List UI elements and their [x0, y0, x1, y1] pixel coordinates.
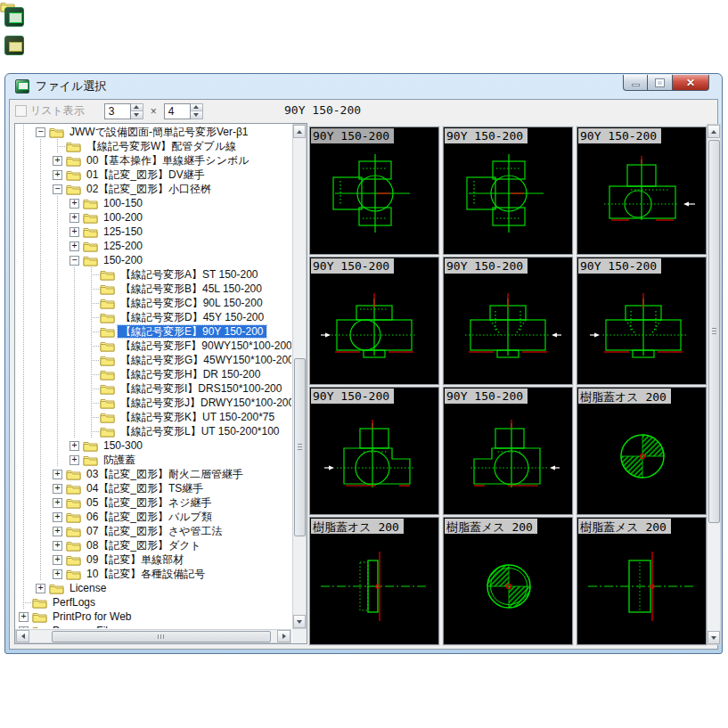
thumbnail-cell[interactable]: 90Y 150-200: [443, 257, 573, 385]
tree-item-label[interactable]: 07【記変_図形】さや管工法: [84, 525, 225, 537]
tree-item-label[interactable]: 150-300: [101, 439, 145, 452]
tree-item[interactable]: License: [15, 581, 291, 595]
scroll-right-icon[interactable]: [277, 630, 290, 642]
tree-item[interactable]: 【線記号変形D】45Y 150-200: [15, 310, 291, 324]
tree-item-label[interactable]: 【線記号変形J】DRWY150*100-200: [118, 397, 291, 409]
thumbnails-vertical-scrollbar[interactable]: [707, 124, 721, 645]
titlebar[interactable]: ファイル選択 ✕: [5, 74, 722, 99]
tree-vertical-scrollbar[interactable]: [292, 124, 307, 629]
tree-item-label[interactable]: 【線記号変形B】45L 150-200: [118, 282, 265, 295]
tree-item[interactable]: 04【記変_図形】TS継手: [15, 481, 291, 495]
expand-icon[interactable]: [49, 153, 66, 168]
expand-icon[interactable]: [49, 524, 66, 538]
tree-item-label[interactable]: 09【記変】単線部材: [84, 553, 186, 566]
spin-up-icon[interactable]: [131, 104, 143, 112]
collapse-icon[interactable]: [49, 182, 66, 196]
tree-item[interactable]: Program Files: [15, 624, 291, 628]
tree-item-label[interactable]: 【線記号変形C】90L 150-200: [118, 297, 266, 309]
tree-item-label[interactable]: 125-200: [101, 240, 145, 252]
expand-icon[interactable]: [49, 510, 66, 524]
tree-hscroll-thumb[interactable]: [52, 631, 271, 642]
spin-down-icon[interactable]: [131, 111, 143, 119]
tree-item[interactable]: 【線記号変形H】DR 150-200: [15, 367, 291, 381]
expand-icon[interactable]: [66, 453, 83, 467]
close-button[interactable]: ✕: [672, 75, 709, 91]
tree-item[interactable]: 06【記変_図形】バルブ類: [15, 510, 291, 524]
tree-item-label[interactable]: Program Files: [50, 625, 122, 628]
tree-item[interactable]: 08【記変_図形】ダクト: [15, 538, 291, 552]
expand-icon[interactable]: [49, 495, 66, 510]
thumbnail-cell[interactable]: 90Y 150-200: [577, 127, 707, 255]
rows-value[interactable]: 3: [104, 103, 131, 119]
thumbnail-cell[interactable]: 樹脂蓋オス 200: [577, 387, 707, 515]
tree-item[interactable]: 00【基本操作】単線継手シンボル: [15, 153, 291, 168]
tree-vscroll-thumb[interactable]: [294, 358, 306, 536]
tree-item-label[interactable]: License: [67, 582, 109, 594]
tree-item[interactable]: PrintPro for Web: [15, 609, 291, 624]
tree-item-label[interactable]: 01【記変_図形】DV継手: [84, 168, 208, 181]
tree-item[interactable]: 【線記号変形L】UT 150-200*100: [15, 424, 291, 438]
spin-down-icon[interactable]: [191, 111, 202, 119]
tree-item-label[interactable]: 150-200: [101, 254, 145, 266]
thumbnail-cell[interactable]: 樹脂蓋メス 200: [443, 517, 573, 645]
tree-item[interactable]: 150-300: [15, 438, 291, 453]
tree-item[interactable]: PerfLogs: [15, 595, 291, 609]
collapse-icon[interactable]: [66, 253, 83, 267]
list-view-checkbox[interactable]: [15, 105, 27, 117]
tree-horizontal-scrollbar[interactable]: [15, 629, 291, 643]
tree-item-label[interactable]: 100-200: [101, 211, 145, 224]
tree-item-label[interactable]: 125-150: [101, 225, 145, 238]
rows-spinner[interactable]: 3: [104, 103, 143, 119]
cols-value[interactable]: 4: [164, 103, 191, 119]
tree-item[interactable]: JWWで設備図面-簡単記号変形Ver-β1: [15, 125, 291, 139]
tree-item[interactable]: 125-150: [15, 225, 291, 239]
scroll-up-icon[interactable]: [293, 125, 306, 138]
tree-item-label[interactable]: 05【記変_図形】ネジ継手: [84, 496, 215, 509]
desktop-folder-icon[interactable]: [4, 36, 24, 55]
expand-icon[interactable]: [49, 467, 66, 481]
expand-icon[interactable]: [49, 168, 66, 182]
tree-item-label[interactable]: 02【記変_図形】小口径桝: [84, 183, 214, 195]
tree-item[interactable]: 【線記号変形F】90WY150*100-200: [15, 339, 291, 353]
tree-item[interactable]: 03【記変_図形】耐火二層管継手: [15, 467, 291, 481]
tree-item-label[interactable]: 06【記変_図形】バルブ類: [84, 511, 215, 523]
tree-item-label[interactable]: PrintPro for Web: [50, 610, 134, 623]
spin-up-icon[interactable]: [191, 104, 202, 112]
thumbnails-vscroll-thumb[interactable]: [708, 140, 720, 523]
tree-item[interactable]: 09【記変】単線部材: [15, 552, 291, 567]
tree-item[interactable]: 125-200: [15, 239, 291, 253]
tree-item-label[interactable]: JWWで設備図面-簡単記号変形Ver-β1: [67, 126, 251, 138]
tree-item[interactable]: 【線記号変形C】90L 150-200: [15, 296, 291, 310]
scroll-down-icon[interactable]: [708, 631, 720, 644]
tree-item[interactable]: 【線記号変形I】DRS150*100-200: [15, 381, 291, 396]
tree-item[interactable]: 【線記号変形A】ST 150-200: [15, 267, 291, 282]
tree-item[interactable]: 150-200: [15, 253, 291, 267]
collapse-icon[interactable]: [32, 125, 49, 139]
expand-icon[interactable]: [49, 552, 66, 567]
maximize-button[interactable]: [648, 75, 672, 91]
tree-item-label[interactable]: 08【記変_図形】ダクト: [84, 539, 204, 552]
tree-item-label[interactable]: 00【基本操作】単線継手シンボル: [84, 154, 251, 167]
scroll-left-icon[interactable]: [16, 630, 29, 642]
tree-item-label[interactable]: 100-150: [101, 197, 145, 209]
expand-icon[interactable]: [49, 481, 66, 495]
tree-item[interactable]: 【線記号変形W】配管ダブル線: [15, 139, 291, 153]
tree-item[interactable]: 07【記変_図形】さや管工法: [15, 524, 291, 538]
expand-icon[interactable]: [49, 567, 66, 581]
scroll-down-icon[interactable]: [293, 615, 306, 628]
expand-icon[interactable]: [49, 538, 66, 552]
tree-item-label[interactable]: 【線記号変形A】ST 150-200: [118, 268, 261, 281]
thumbnail-cell[interactable]: 90Y 150-200: [309, 387, 439, 515]
thumbnail-cell[interactable]: 90Y 150-200: [309, 257, 439, 385]
tree-item-label[interactable]: PerfLogs: [50, 596, 98, 609]
desktop-shortcut-icon[interactable]: [4, 7, 24, 27]
tree-item-label[interactable]: 03【記変_図形】耐火二層管継手: [84, 468, 246, 480]
thumbnail-cell[interactable]: 90Y 150-200: [443, 127, 573, 255]
tree-item-label[interactable]: 【線記号変形G】45WY150*100-200: [118, 354, 291, 366]
tree-item[interactable]: 【線記号変形J】DRWY150*100-200: [15, 396, 291, 410]
thumbnail-cell[interactable]: 樹脂蓋メス 200: [577, 517, 707, 645]
tree-item[interactable]: 100-150: [15, 196, 291, 210]
tree-item[interactable]: 02【記変_図形】小口径桝: [15, 182, 291, 196]
thumbnail-cell[interactable]: 樹脂蓋オス 200: [309, 517, 439, 645]
thumbnail-cell[interactable]: 90Y 150-200: [309, 127, 439, 255]
